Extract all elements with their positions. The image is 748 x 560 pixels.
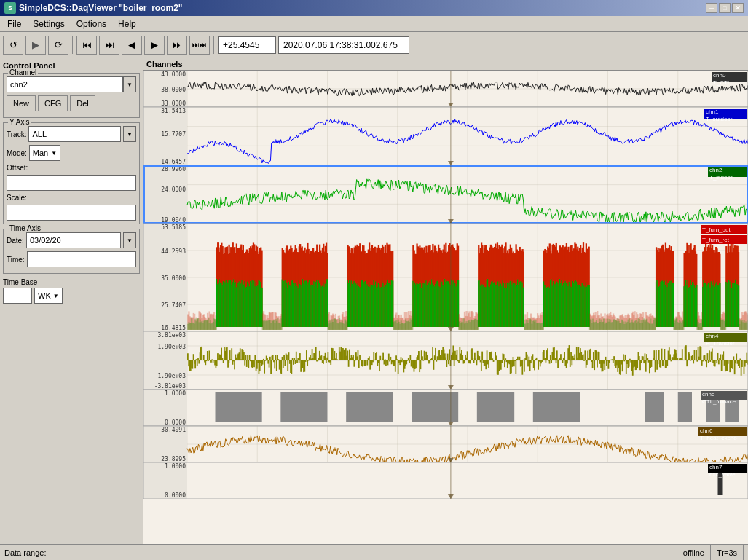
track-label: Track: — [7, 130, 26, 138]
timebase-label: Time Base — [3, 278, 140, 286]
play-button[interactable]: ▶ — [25, 36, 46, 55]
channels-header: Channels — [143, 58, 748, 71]
tr-status: Tr=3s — [711, 545, 744, 560]
mode-row: Mode: Man ▼ — [7, 145, 136, 161]
menubar: File Settings Options Help — [0, 16, 748, 32]
date-dropdown-arrow[interactable]: ▼ — [123, 232, 136, 248]
cursor-value: +25.4545 — [218, 36, 276, 54]
app-icon: S — [4, 2, 16, 14]
data-range-segment: Data range: — [4, 545, 52, 560]
date-row: Date: 03/02/20 ▼ — [7, 232, 136, 248]
timebase-unit-arrow: ▼ — [53, 293, 59, 299]
status-spacer — [52, 545, 677, 560]
menu-settings[interactable]: Settings — [28, 18, 68, 30]
toolbar-sep2 — [213, 36, 214, 54]
date-display: 03/02/20 — [26, 232, 121, 248]
skip-end-button[interactable]: ⏭⏭ — [189, 36, 210, 55]
mode-arrow: ▼ — [51, 150, 57, 157]
mode-label: Mode: — [7, 149, 27, 157]
toolbar: ↺ ▶ ⟳ ⏮ ⏭ ◀ ▶ ⏭ ⏭⏭ +25.4545 2020.07.06 1… — [0, 32, 748, 58]
channel-group-label: Channel — [8, 68, 38, 76]
main-area: Control Panel Channel chn2 ▼ New CFG Del… — [0, 58, 748, 544]
refresh-button[interactable]: ↺ — [3, 36, 23, 55]
prev-button[interactable]: ⏭ — [99, 36, 119, 55]
channels-canvas[interactable] — [143, 71, 748, 499]
menu-file[interactable]: File — [3, 18, 25, 30]
y-axis-group: Y Axis Track: ALL ▼ Mode: Man ▼ Offset: … — [3, 122, 140, 224]
time-axis-group-label: Time Axis — [8, 224, 42, 232]
step-back-button[interactable]: ◀ — [122, 36, 142, 55]
channel-group: Channel chn2 ▼ New CFG Del — [3, 73, 140, 118]
menu-options[interactable]: Options — [72, 18, 111, 30]
channel-dropdown-arrow[interactable]: ▼ — [123, 76, 136, 92]
window-controls[interactable]: ─ □ ✕ — [706, 3, 744, 13]
cfg-button[interactable]: CFG — [38, 95, 68, 111]
time-axis-group: Time Axis Date: 03/02/20 ▼ Time: 15:08:3… — [3, 229, 140, 274]
skip-start-button[interactable]: ⏮ — [76, 36, 97, 55]
titlebar-title: SimpleDCS::DaqViewer "boiler_room2" — [19, 3, 183, 13]
channel-buttons-row: New CFG Del — [7, 95, 136, 111]
offline-status: offline — [677, 545, 711, 560]
titlebar: S SimpleDCS::DaqViewer "boiler_room2" ─ … — [0, 0, 748, 16]
track-row: Track: ALL ▼ — [7, 126, 136, 142]
next-button[interactable]: ⏭ — [167, 36, 187, 55]
close-btn[interactable]: ✕ — [732, 3, 744, 13]
scale-label: Scale: — [7, 194, 27, 202]
mode-display[interactable]: Man ▼ — [29, 145, 60, 161]
toolbar-sep1 — [72, 36, 73, 54]
date-label: Date: — [7, 237, 24, 245]
timebase-section: Time Base 4 WK ▼ — [3, 278, 140, 304]
timebase-unit-display[interactable]: WK ▼ — [34, 288, 63, 304]
offset-label: Offset: — [7, 164, 28, 172]
scale-input[interactable]: 2.81000000 — [7, 205, 136, 221]
minimize-btn[interactable]: ─ — [706, 3, 717, 13]
offset-input[interactable]: -24.00000000 — [7, 175, 136, 191]
timebase-value-input[interactable]: 4 — [3, 288, 32, 304]
channel-display: chn2 — [7, 76, 123, 92]
data-range-label: Data range: — [4, 548, 46, 557]
del-button[interactable]: Del — [70, 95, 95, 111]
maximize-btn[interactable]: □ — [719, 3, 731, 13]
track-display: ALL — [28, 126, 121, 142]
step-fwd-button[interactable]: ▶ — [144, 36, 165, 55]
time-input[interactable]: 15:08:39.026.450 — [27, 251, 136, 267]
time-row: Time: 15:08:39.026.450 — [7, 251, 136, 267]
timebase-controls: 4 WK ▼ — [3, 288, 140, 304]
y-axis-group-label: Y Axis — [8, 118, 31, 126]
control-panel: Control Panel Channel chn2 ▼ New CFG Del… — [0, 58, 143, 544]
offset-row: Offset: — [7, 164, 136, 172]
track-dropdown-arrow[interactable]: ▼ — [123, 126, 136, 142]
channels-area: Channels — [143, 58, 748, 544]
mode-value: Man — [33, 149, 48, 157]
scale-row: Scale: — [7, 194, 136, 202]
channel-row: chn2 ▼ — [7, 76, 136, 92]
new-channel-button[interactable]: New — [7, 95, 36, 111]
statusbar: Data range: offline Tr=3s — [0, 544, 748, 560]
menu-help[interactable]: Help — [114, 18, 141, 30]
timebase-unit-text: WK — [38, 291, 51, 300]
datetime-value: 2020.07.06 17:38:31.002.675 — [278, 36, 409, 54]
reload-button[interactable]: ⟳ — [48, 36, 68, 55]
time-label: Time: — [7, 256, 25, 264]
